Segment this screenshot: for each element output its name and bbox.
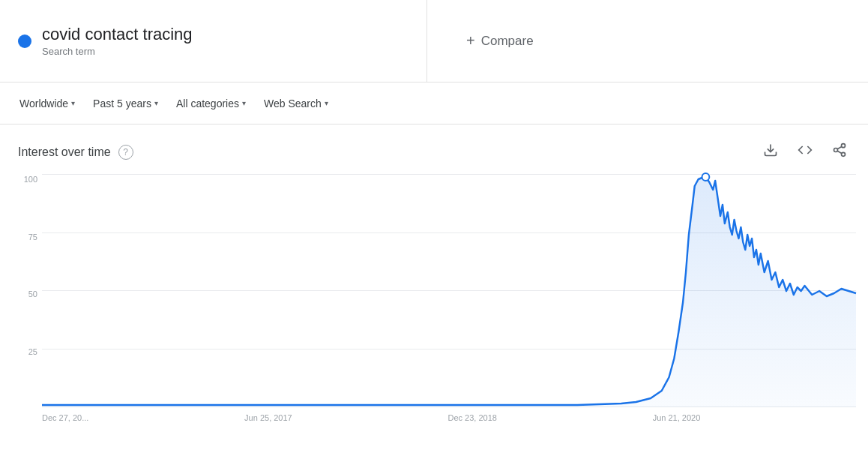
x-axis: Dec 27, 20... Jun 25, 2017 Dec 23, 2018 … bbox=[42, 409, 856, 430]
filter-bar: Worldwide ▾ Past 5 years ▾ All categorie… bbox=[0, 82, 868, 124]
trend-line-svg bbox=[42, 175, 856, 407]
search-term-info: covid contact tracing Search term bbox=[42, 25, 193, 58]
search-type-chevron: ▾ bbox=[325, 99, 328, 107]
chart-title-group: Interest over time ? bbox=[18, 145, 133, 160]
x-label-3: Dec 23, 2018 bbox=[447, 409, 496, 422]
search-term-panel: covid contact tracing Search term bbox=[0, 0, 427, 82]
time-chevron: ▾ bbox=[154, 99, 158, 107]
compare-button[interactable]: + Compare bbox=[457, 26, 543, 56]
embed-icon[interactable] bbox=[795, 140, 816, 164]
x-label-1: Dec 27, 20... bbox=[42, 409, 88, 422]
term-color-dot bbox=[18, 34, 31, 48]
peak-dot bbox=[702, 173, 710, 181]
location-label: Worldwide bbox=[19, 98, 68, 110]
location-chevron: ▾ bbox=[71, 99, 75, 107]
chart-header: Interest over time ? bbox=[12, 124, 856, 172]
category-label: All categories bbox=[176, 98, 239, 110]
y-label-75: 75 bbox=[12, 232, 42, 242]
time-label: Past 5 years bbox=[93, 98, 151, 110]
svg-point-3 bbox=[842, 152, 846, 156]
chart-container: 25 50 75 100 bbox=[12, 175, 856, 430]
location-filter[interactable]: Worldwide ▾ bbox=[12, 92, 82, 116]
time-filter[interactable]: Past 5 years ▾ bbox=[85, 92, 166, 116]
share-icon[interactable] bbox=[829, 140, 850, 164]
svg-point-2 bbox=[834, 148, 838, 152]
svg-line-4 bbox=[837, 151, 842, 153]
svg-point-1 bbox=[842, 144, 846, 148]
search-term-value: covid contact tracing bbox=[42, 25, 193, 44]
chart-section: Interest over time ? bbox=[0, 124, 868, 430]
x-label-4: Jun 21, 2020 bbox=[653, 409, 701, 422]
y-label-100: 100 bbox=[12, 175, 42, 184]
category-filter[interactable]: All categories ▾ bbox=[169, 92, 253, 116]
y-label-25: 25 bbox=[12, 347, 42, 356]
search-term-type: Search term bbox=[42, 46, 95, 57]
chart-area bbox=[42, 175, 856, 407]
header: covid contact tracing Search term + Comp… bbox=[0, 0, 868, 82]
chart-actions bbox=[760, 140, 850, 164]
svg-line-5 bbox=[837, 146, 842, 148]
category-chevron: ▾ bbox=[242, 99, 246, 107]
compare-panel: + Compare bbox=[427, 0, 868, 82]
x-label-2: Jun 25, 2017 bbox=[244, 409, 292, 422]
compare-label: Compare bbox=[481, 34, 534, 49]
search-type-filter[interactable]: Web Search ▾ bbox=[256, 92, 336, 116]
help-icon[interactable]: ? bbox=[118, 145, 133, 160]
download-icon[interactable] bbox=[760, 140, 781, 164]
chart-title: Interest over time bbox=[18, 146, 111, 159]
y-axis: 25 50 75 100 bbox=[12, 175, 42, 407]
y-label-50: 50 bbox=[12, 290, 42, 298]
search-type-label: Web Search bbox=[264, 98, 322, 110]
plus-icon: + bbox=[466, 32, 475, 50]
